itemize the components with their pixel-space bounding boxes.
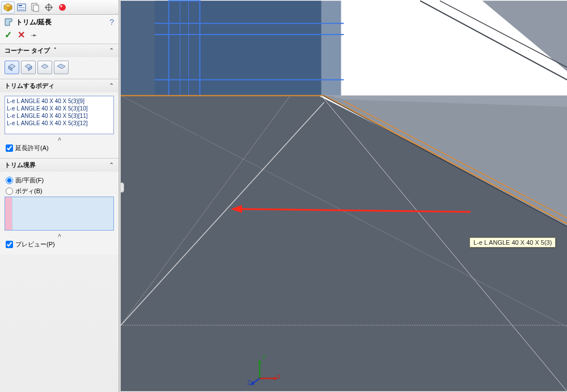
section-boundary: トリム境界 ⌃ 面/平面(F) ボディ(B) ʌ — [0, 158, 119, 254]
svg-line-44 — [240, 209, 471, 212]
preview-input[interactable] — [6, 241, 13, 248]
svg-marker-18 — [41, 64, 48, 69]
hover-tooltip: L-e L ANGLE 40 X 40 X 5(3) — [469, 237, 556, 248]
allow-extend-label: 延長許可(A) — [15, 144, 49, 152]
svg-marker-22 — [155, 1, 341, 95]
svg-rect-4 — [19, 5, 22, 6]
preview-checkbox[interactable]: プレビュー(P) — [5, 238, 114, 251]
collapse-icon: ⌃ — [109, 82, 114, 90]
sphere-icon — [58, 3, 67, 12]
feature-title: トリム/延長 — [16, 18, 52, 27]
trim-body-item[interactable]: L-e L ANGLE 40 X 40 X 5(3)[10] — [6, 105, 112, 112]
radio-body[interactable]: ボディ(B) — [5, 186, 114, 197]
svg-rect-5 — [19, 7, 24, 8]
preview-label: プレビュー(P) — [15, 240, 55, 249]
feature-command-row: ✓ ✕ ➛ — [0, 28, 119, 44]
svg-marker-19 — [57, 64, 65, 69]
corner-box-3-icon — [40, 63, 49, 72]
radio-body-label: ボディ(B) — [15, 187, 43, 195]
viewport[interactable]: L-e L ANGLE 40 X 40 X 5(3) Y X Z — [119, 0, 567, 392]
scene-3d[interactable] — [121, 0, 567, 392]
axis-x-label: X — [277, 374, 281, 380]
accept-button[interactable]: ✓ — [5, 29, 12, 40]
panel-tabstrip — [0, 0, 119, 15]
corner-type-row — [5, 61, 114, 74]
list-icon — [17, 3, 26, 12]
corner-type-2[interactable] — [21, 61, 36, 74]
section-header-boundary[interactable]: トリム境界 ⌃ — [0, 159, 119, 172]
help-icon[interactable]: ? — [109, 18, 114, 27]
selection-field[interactable] — [12, 197, 113, 230]
feature-titlebar: トリム/延長 ? — [0, 15, 119, 28]
radio-face-input[interactable] — [6, 177, 13, 184]
section-header-corner[interactable]: コーナー タイプ゜ ⌃ — [0, 44, 119, 57]
allow-extend-checkbox[interactable]: 延長許可(A) — [5, 142, 114, 155]
corner-box-1-icon — [7, 63, 16, 72]
section-trim-bodies: トリムするボディ ⌃ L-e L ANGLE 40 X 40 X 5(3)[9]… — [0, 79, 119, 158]
radio-face-label: 面/平面(F) — [15, 176, 44, 185]
svg-marker-45 — [231, 205, 242, 213]
feature-manager-tab[interactable] — [15, 1, 28, 14]
feature-tab[interactable] — [1, 1, 15, 14]
target-icon — [44, 3, 53, 12]
sheet-icon — [31, 3, 40, 12]
svg-marker-47 — [258, 359, 261, 363]
model-svg — [121, 0, 567, 392]
corner-box-2-icon — [24, 63, 33, 72]
section-corner-type: コーナー タイプ゜ ⌃ — [0, 44, 119, 79]
radio-body-input[interactable] — [6, 188, 13, 195]
property-panel: トリム/延長 ? ✓ ✕ ➛ コーナー タイプ゜ ⌃ — [0, 0, 119, 392]
flyout-handle[interactable]: ʌ — [5, 231, 114, 238]
axis-z-label: Z — [247, 380, 251, 386]
panel-resize-handle[interactable] — [120, 182, 124, 193]
boundary-selection-box[interactable] — [5, 197, 114, 231]
cube-icon — [3, 3, 12, 12]
svg-rect-6 — [19, 9, 24, 10]
corner-type-4[interactable] — [54, 61, 69, 74]
target-tab[interactable] — [42, 1, 56, 14]
corner-type-3[interactable] — [37, 61, 52, 74]
section-label-boundary: トリム境界 — [5, 161, 36, 169]
trim-body-item[interactable]: L-e L ANGLE 40 X 40 X 5(3)[9] — [6, 97, 112, 105]
axis-y-label: Y — [262, 355, 266, 361]
radio-face[interactable]: 面/平面(F) — [5, 175, 114, 186]
corner-type-1[interactable] — [5, 61, 19, 74]
trim-body-item[interactable]: L-e L ANGLE 40 X 40 X 5(3)[12] — [6, 120, 112, 127]
annotation-arrow — [230, 203, 473, 220]
corner-box-4-icon — [57, 63, 66, 72]
appearance-tab[interactable] — [56, 1, 69, 14]
cancel-button[interactable]: ✕ — [18, 29, 25, 40]
selection-stripe — [5, 197, 12, 230]
section-header-trim[interactable]: トリムするボディ ⌃ — [0, 79, 119, 92]
trim-bodies-listbox[interactable]: L-e L ANGLE 40 X 40 X 5(3)[9]L-e L ANGLE… — [5, 96, 114, 134]
flyout-handle[interactable]: ʌ — [5, 134, 114, 142]
svg-point-12 — [59, 4, 66, 11]
allow-extend-input[interactable] — [6, 144, 13, 152]
svg-rect-8 — [33, 5, 39, 11]
trim-extend-icon — [3, 17, 14, 27]
pin-button[interactable]: ➛ — [31, 31, 37, 40]
trim-body-item[interactable]: L-e L ANGLE 40 X 40 X 5(3)[11] — [6, 112, 112, 120]
section-label-corner: コーナー タイプ゜ — [5, 46, 56, 55]
svg-point-13 — [60, 5, 62, 7]
config-tab[interactable] — [28, 1, 42, 14]
axis-triad: Y X Z — [248, 357, 278, 387]
section-label-trim: トリムするボディ — [5, 82, 54, 90]
collapse-icon: ⌃ — [109, 47, 114, 54]
collapse-icon: ⌃ — [109, 161, 114, 169]
app-root: トリム/延長 ? ✓ ✕ ➛ コーナー タイプ゜ ⌃ — [0, 0, 567, 392]
